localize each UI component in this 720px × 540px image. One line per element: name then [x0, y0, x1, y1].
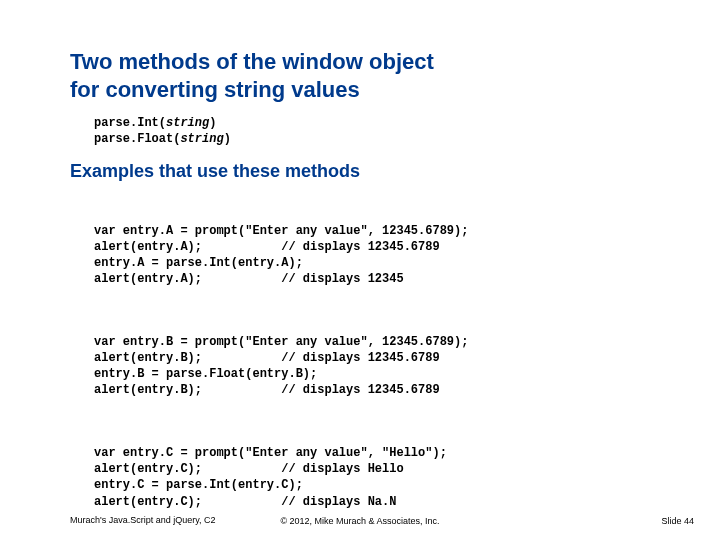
code-block-1: var entry.A = prompt("Enter any value", … — [94, 223, 660, 288]
footer-center: © 2012, Mike Murach & Associates, Inc. — [280, 516, 439, 526]
code-examples: var entry.A = prompt("Enter any value", … — [70, 190, 660, 540]
method-1-name: parse.Int( — [94, 116, 166, 130]
method-2: parse.Float(string) — [94, 131, 660, 147]
method-2-arg: string — [180, 132, 223, 146]
slide-body: Two methods of the window object for con… — [0, 0, 720, 540]
method-signatures: parse.Int(string) parse.Float(string) — [70, 115, 660, 147]
method-1: parse.Int(string) — [94, 115, 660, 131]
title-line2: for converting string values — [70, 77, 360, 102]
method-2-close: ) — [224, 132, 231, 146]
examples-heading: Examples that use these methods — [70, 161, 660, 182]
code-block-2: var entry.B = prompt("Enter any value", … — [94, 334, 660, 399]
slide-footer: Murach's Java.Script and jQuery, C2 © 20… — [0, 515, 720, 526]
footer-left: Murach's Java.Script and jQuery, C2 — [70, 515, 216, 526]
method-2-name: parse.Float( — [94, 132, 180, 146]
slide-title: Two methods of the window object for con… — [70, 48, 660, 103]
code-block-3: var entry.C = prompt("Enter any value", … — [94, 445, 660, 510]
footer-right: Slide 44 — [661, 516, 694, 526]
title-line1: Two methods of the window object — [70, 49, 434, 74]
method-1-arg: string — [166, 116, 209, 130]
method-1-close: ) — [209, 116, 216, 130]
